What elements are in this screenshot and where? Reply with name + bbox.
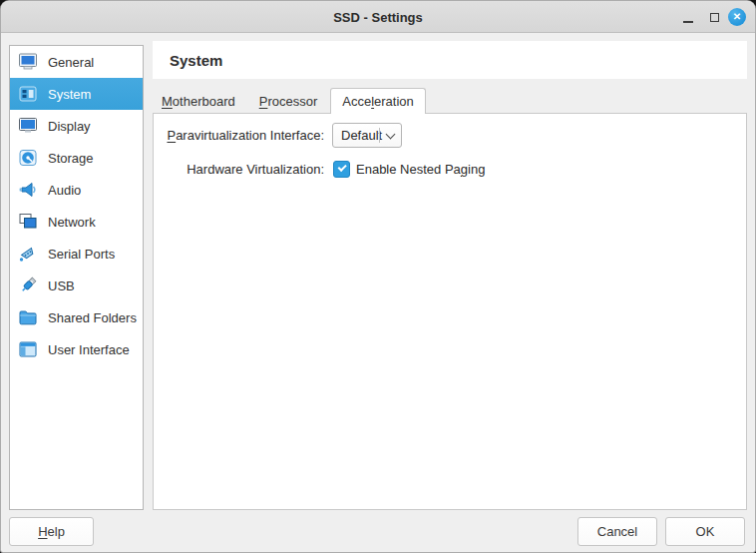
serial-ports-icon — [17, 243, 39, 265]
cancel-button[interactable]: Cancel — [577, 517, 657, 546]
ok-button[interactable]: OK — [665, 517, 745, 546]
sidebar-item-serial-ports[interactable]: Serial Ports — [10, 238, 143, 270]
sidebar-item-user-interface[interactable]: User Interface — [10, 333, 143, 365]
maximize-button[interactable] — [705, 1, 723, 33]
display-icon — [17, 115, 39, 137]
page-title-bar: System — [153, 41, 747, 79]
sidebar-item-label: Audio — [48, 183, 81, 198]
sidebar-item-label: Serial Ports — [48, 247, 115, 262]
sidebar-item-label: USB — [48, 278, 75, 293]
help-button[interactable]: Help — [9, 517, 94, 546]
usb-icon — [17, 275, 39, 296]
sidebar-item-label: Storage — [48, 151, 94, 166]
title-bar: SSD - Settings ✕ — [1, 1, 755, 33]
checkmark-icon — [337, 163, 346, 172]
network-icon — [17, 211, 39, 233]
close-button[interactable]: ✕ — [727, 1, 747, 33]
enable-nested-paging-label[interactable]: Enable Nested Paging — [356, 157, 485, 182]
tab-motherboard[interactable]: Motherboard — [151, 89, 246, 114]
sidebar-item-label: General — [48, 55, 94, 70]
sidebar-item-label: User Interface — [48, 342, 130, 357]
sidebar-item-network[interactable]: Network — [10, 206, 143, 238]
settings-category-list: General System Display Storage Audio — [9, 45, 144, 510]
chevron-down-icon — [386, 130, 396, 140]
enable-nested-paging-checkbox[interactable] — [333, 161, 350, 178]
window-title: SSD - Settings — [1, 1, 755, 33]
user-interface-icon — [17, 338, 39, 360]
tab-acceleration[interactable]: Acceleration — [330, 88, 426, 114]
sidebar-item-shared-folders[interactable]: Shared Folders — [10, 301, 143, 333]
maximize-icon — [710, 13, 719, 22]
hardware-virtualization-label: Hardware Virtualization: — [162, 157, 324, 182]
minimize-icon — [683, 21, 693, 23]
shared-folders-icon — [17, 306, 39, 328]
sidebar-item-system[interactable]: System — [10, 78, 143, 110]
sidebar-item-usb[interactable]: USB — [10, 270, 143, 301]
page-title: System — [170, 52, 222, 69]
minimize-button[interactable] — [679, 1, 697, 33]
sidebar-item-general[interactable]: General — [10, 46, 143, 78]
audio-icon — [17, 179, 39, 201]
tab-processor[interactable]: Processor — [248, 89, 329, 114]
select-divider — [379, 128, 380, 143]
acceleration-tab-pane: Paravirtualization Interface: Default Ha… — [153, 113, 747, 510]
close-icon: ✕ — [728, 8, 746, 26]
sidebar-item-label: Shared Folders — [48, 310, 137, 325]
storage-icon — [17, 147, 39, 169]
sidebar-item-display[interactable]: Display — [10, 110, 143, 142]
settings-window: SSD - Settings ✕ General System — [0, 0, 756, 553]
paravirtualization-interface-value: Default — [341, 124, 382, 147]
paravirtualization-interface-select[interactable]: Default — [332, 123, 402, 148]
general-icon — [17, 51, 39, 73]
sidebar-item-label: Display — [48, 119, 91, 134]
system-icon — [17, 83, 39, 105]
sidebar-item-label: System — [48, 87, 91, 102]
paravirtualization-interface-label: Paravirtualization Interface: — [162, 123, 324, 148]
tab-bar: Motherboard Processor Acceleration — [151, 88, 428, 114]
sidebar-item-storage[interactable]: Storage — [10, 142, 143, 174]
sidebar-item-label: Network — [48, 215, 96, 230]
sidebar-item-audio[interactable]: Audio — [10, 174, 143, 206]
